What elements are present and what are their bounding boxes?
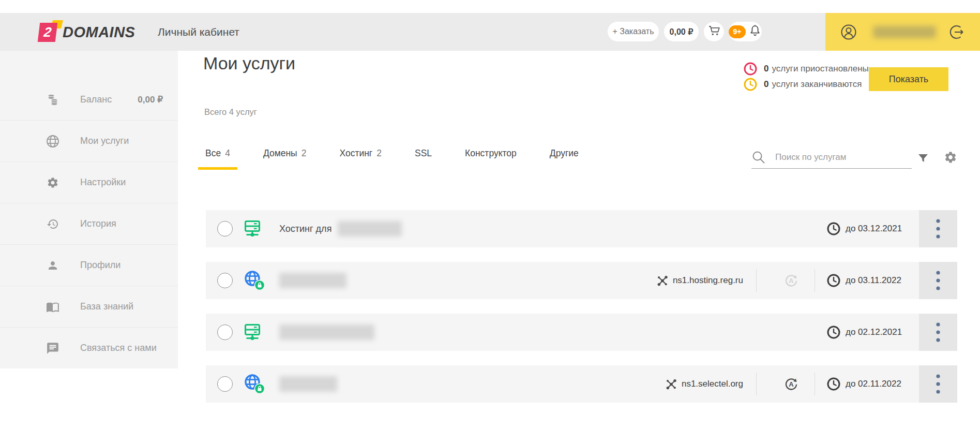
tab-другие[interactable]: Другие	[542, 148, 586, 170]
sidebar-item-связаться-с-нами[interactable]: Связаться с нами	[0, 327, 178, 368]
divider	[815, 269, 815, 292]
tab-count: 4	[225, 148, 230, 158]
tab-все[interactable]: Все4	[198, 148, 237, 170]
service-checkbox[interactable]	[217, 273, 233, 288]
sidebar-item-label: Связаться с нами	[80, 343, 157, 353]
tab-label: Другие	[550, 148, 579, 158]
service-checkbox[interactable]	[217, 221, 233, 237]
notifications-button[interactable]: 9+	[729, 22, 762, 41]
book-icon	[46, 300, 59, 314]
service-row: ns1.selectel.org A до 02.11.2022	[206, 365, 957, 403]
service-name[interactable]	[279, 262, 346, 299]
search-input[interactable]	[774, 152, 906, 163]
order-button[interactable]: + Заказать	[608, 22, 659, 41]
service-name-redacted	[279, 273, 346, 288]
sidebar-item-мои-услуги[interactable]: Мои услуги	[0, 120, 178, 161]
tab-домены[interactable]: Домены2	[256, 148, 314, 170]
sidebar-item-настройки[interactable]: Настройки	[0, 161, 178, 203]
service-row: ns1.hosting.reg.ru A до 03.11.2022	[206, 262, 957, 299]
autorenew-icon[interactable]: A	[784, 365, 798, 403]
sidebar-item-баланс[interactable]: Баланс0,00 ₽	[0, 79, 178, 120]
list-settings-gear-icon[interactable]	[944, 151, 957, 164]
clock-icon	[743, 77, 758, 92]
sidebar-item-label: Мои услуги	[80, 136, 129, 146]
chat-icon	[46, 342, 59, 355]
brand-logo[interactable]: 2 DOMAINS	[39, 21, 135, 43]
sidebar-item-label: История	[80, 218, 116, 229]
clock-icon	[826, 325, 841, 340]
logo-2-badge: 2	[39, 23, 58, 42]
service-checkbox[interactable]	[217, 376, 233, 392]
sidebar-item-label: База знаний	[80, 301, 133, 312]
nameserver-group: ns1.selectel.org	[665, 365, 743, 403]
clock-icon	[743, 62, 758, 76]
sidebar-balance-value: 0,00 ₽	[138, 94, 163, 105]
show-button[interactable]: Показать	[869, 67, 948, 91]
expiry-date: до 03.12.2021	[846, 224, 902, 234]
user-circle-icon[interactable]	[840, 23, 857, 41]
service-checkbox[interactable]	[217, 324, 233, 340]
service-name-prefix: Хостинг для	[279, 224, 331, 234]
sidebar-item-база-знаний[interactable]: База знаний	[0, 286, 178, 327]
domain-globe-lock-icon	[243, 269, 266, 292]
row-menu-button[interactable]	[919, 210, 957, 247]
service-name[interactable]	[279, 365, 337, 403]
domain-globe-lock-icon	[243, 373, 266, 395]
tab-хостинг[interactable]: Хостинг2	[332, 148, 389, 170]
user-area	[825, 13, 980, 51]
expiry-group: до 03.11.2022	[826, 262, 901, 299]
expiry-group: до 02.11.2022	[826, 365, 901, 403]
service-list: Хостинг для до 03.12.2021 ns1.hosting.re…	[206, 210, 957, 417]
autorenew-icon[interactable]: A	[784, 262, 798, 299]
clock-icon	[826, 273, 841, 288]
history-icon	[47, 218, 59, 230]
sidebar-item-label: Настройки	[80, 177, 126, 188]
service-alerts: 0услуги приостановлены 0услуги заканчива…	[743, 61, 869, 92]
divider	[756, 269, 757, 292]
sidebar-item-история[interactable]: История	[0, 203, 178, 244]
expiry-group: до 02.12.2021	[826, 314, 902, 351]
service-name[interactable]: Хостинг для	[279, 210, 402, 247]
logo-word: DOMAINS	[63, 24, 135, 41]
service-name-redacted	[279, 324, 374, 340]
service-name-redacted	[338, 221, 402, 237]
alert-label: услуги заканчиваются	[772, 79, 862, 90]
tab-ssl[interactable]: SSL	[408, 148, 439, 170]
bell-icon	[748, 24, 762, 39]
nameserver-node-icon	[665, 378, 677, 390]
divider	[756, 373, 757, 395]
alert-count: 0	[764, 79, 768, 90]
logo-number: 2	[38, 23, 58, 42]
search-box	[751, 146, 912, 169]
search-icon	[751, 150, 766, 165]
tab-label: Все	[205, 148, 221, 158]
services-total: Всего 4 услуг	[204, 107, 257, 117]
alert-count: 0	[764, 64, 768, 74]
header-balance-button[interactable]: 0,00 ₽	[664, 22, 699, 41]
tab-конструктор[interactable]: Конструктор	[458, 148, 524, 170]
sidebar-item-label: Баланс	[80, 94, 112, 105]
tab-label: Хостинг	[339, 148, 372, 158]
coins-icon	[46, 93, 59, 106]
logout-icon[interactable]	[948, 23, 966, 41]
row-menu-button[interactable]	[919, 365, 957, 403]
row-menu-button[interactable]	[919, 314, 957, 351]
nameserver-group: ns1.hosting.reg.ru	[656, 262, 743, 299]
tab-label: Домены	[263, 148, 297, 158]
service-name[interactable]	[279, 314, 374, 351]
divider	[815, 373, 815, 395]
clock-icon	[826, 377, 841, 391]
app-window: 2 DOMAINS Личный кабинет + Заказать 0,00…	[0, 0, 980, 428]
globe-icon	[45, 134, 61, 149]
service-name-redacted	[279, 376, 337, 392]
row-menu-button[interactable]	[919, 262, 957, 299]
expiry-date: до 02.12.2021	[846, 327, 902, 337]
tab-count: 2	[301, 148, 307, 158]
tab-label: SSL	[415, 148, 432, 158]
clock-icon	[826, 222, 841, 236]
cart-button[interactable]	[704, 22, 724, 41]
cabinet-title: Личный кабинет	[158, 13, 239, 51]
filter-icon[interactable]	[917, 152, 929, 165]
sidebar-item-профили[interactable]: Профили	[0, 244, 178, 286]
top-header: 2 DOMAINS Личный кабинет + Заказать 0,00…	[0, 13, 980, 51]
